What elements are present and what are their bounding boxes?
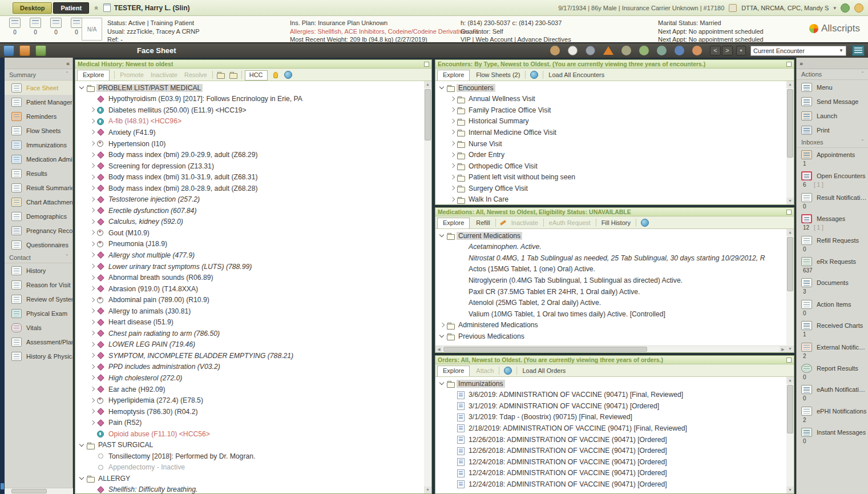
eauth-request-button[interactable]: eAuth Request xyxy=(546,218,594,228)
tree-item[interactable]: Orthopedic Office Visit xyxy=(437,160,786,172)
expand-chevron-icon[interactable] xyxy=(89,196,95,203)
expand-chevron-icon[interactable] xyxy=(89,185,95,191)
tree-item[interactable]: Calculus, kidney (592.0) xyxy=(76,216,423,228)
scrollbar-thumb[interactable] xyxy=(787,237,793,291)
user-icon[interactable] xyxy=(657,46,667,55)
tree-item[interactable]: Gout (M10.9) xyxy=(76,227,423,239)
inbox-item[interactable]: Report Results 0 xyxy=(797,362,868,383)
tree-item[interactable]: Body mass index (bmi) 29.0-29.9, adult (… xyxy=(76,149,423,160)
inactivate-button[interactable]: Inactivate xyxy=(147,70,181,81)
help-icon[interactable] xyxy=(854,3,863,13)
expand-chevron-icon[interactable] xyxy=(449,277,455,283)
expand-chevron-icon[interactable] xyxy=(449,244,455,250)
expand-chevron-icon[interactable] xyxy=(89,163,95,169)
sidebar-item[interactable]: Face Sheet xyxy=(5,81,72,95)
sidebar-item[interactable]: Results xyxy=(5,166,72,180)
tree-item[interactable]: Current Medications xyxy=(437,230,786,242)
avatar-icon[interactable] xyxy=(692,46,702,55)
expand-chevron-icon[interactable] xyxy=(449,174,455,180)
tree-item[interactable]: Diabetes mellitus (250.00) (E11.9) <HCC1… xyxy=(76,105,423,116)
scrollbar-thumb[interactable] xyxy=(787,385,793,433)
sidebar-item[interactable]: Patient Manager xyxy=(5,95,72,109)
tree-item[interactable]: Appendectomy - Inactive xyxy=(76,462,423,473)
expand-chevron-icon[interactable] xyxy=(89,308,95,314)
tree-item[interactable]: 12/24/2018: ADMINISTRATION OF VACCINE (9… xyxy=(437,456,786,468)
tree-item[interactable]: Pneumonia (J18.9) xyxy=(76,239,423,250)
sidebar-item[interactable]: Immunizations xyxy=(5,138,72,152)
tree-item[interactable]: Previous Medications xyxy=(437,331,786,342)
tree-item[interactable]: Pain (R52) xyxy=(76,417,423,428)
scroll-down-icon[interactable]: ▼ xyxy=(424,487,431,493)
encounters-header[interactable]: Encounters: By Type, Newest to Oldest. (… xyxy=(435,60,794,69)
expand-chevron-icon[interactable] xyxy=(89,252,95,258)
sidebar-item[interactable]: History & Physical xyxy=(5,349,72,363)
sidebar-item[interactable]: Flow Sheets xyxy=(5,123,72,138)
inactivate-button[interactable]: Inactivate xyxy=(508,218,542,228)
expand-chevron-icon[interactable] xyxy=(449,118,455,124)
vertical-scrollbar[interactable]: ▲ ▼ xyxy=(786,377,794,493)
tree-item[interactable]: Allergy shot multiple (477.9) xyxy=(76,250,423,261)
expand-chevron-icon[interactable] xyxy=(449,470,455,476)
tree-item[interactable]: Ear ache (H92.09) xyxy=(76,384,423,395)
globe-icon[interactable] xyxy=(530,71,538,79)
expand-chevron-icon[interactable] xyxy=(449,196,455,203)
expand-chevron-icon[interactable] xyxy=(89,219,95,225)
sidebar-item[interactable]: Reminders xyxy=(5,109,72,123)
expand-chevron-icon[interactable] xyxy=(89,487,95,493)
inbox-item[interactable]: Documents 3 xyxy=(797,276,868,297)
tree-item[interactable]: Family Practice Office Visit xyxy=(437,105,786,116)
expand-chevron-icon[interactable] xyxy=(449,448,455,454)
tree-item[interactable]: Historical Summary xyxy=(437,116,786,127)
scroll-down-icon[interactable]: ▼ xyxy=(786,346,794,352)
explore-tab[interactable]: Explore xyxy=(437,366,470,376)
expand-chevron-icon[interactable] xyxy=(89,107,95,113)
tree-item[interactable]: Abrasion (919.0) (T14.8XXA) xyxy=(76,283,423,295)
expand-chevron-icon[interactable] xyxy=(89,364,95,370)
vertical-scrollbar[interactable]: ▲ ▼ xyxy=(786,81,794,204)
summary-section-header[interactable]: Summary ˆ xyxy=(5,69,72,81)
expand-chevron-icon[interactable] xyxy=(89,420,95,426)
scrollbar-thumb[interactable] xyxy=(787,89,793,158)
sidebar-item[interactable]: Pregnancy Record xyxy=(5,223,72,238)
vertical-scrollbar[interactable]: ▲ ▼ xyxy=(424,81,431,493)
tree-item[interactable]: Actos (15MG Tablet, 1 (one) Oral) Active… xyxy=(437,264,786,275)
tree-item[interactable]: 2/18/2019: ADMINISTRATION OF VACCINE (90… xyxy=(437,423,786,434)
hcc-button[interactable]: HCC xyxy=(245,70,268,81)
tree-item[interactable]: Paxil CR (37.5MG Tablet ER 24HR, 1 Oral … xyxy=(437,286,786,298)
expand-chevron-icon[interactable] xyxy=(449,300,455,306)
tree-item[interactable]: 12/24/2018: ADMINISTRATION OF VACCINE (9… xyxy=(437,479,786,490)
expand-chevron-icon[interactable] xyxy=(89,263,95,270)
tree-item[interactable]: Nitroglycerin (0.4MG Tab Sublingual, 1 S… xyxy=(437,275,786,286)
inbox-item[interactable]: Appointments 1 xyxy=(797,148,868,169)
app-orange-icon[interactable] xyxy=(19,45,30,56)
refill-button[interactable]: Refill xyxy=(473,218,493,228)
expand-chevron-icon[interactable] xyxy=(89,241,95,247)
expand-chevron-icon[interactable] xyxy=(89,96,95,102)
inbox-item[interactable]: Result Notifications 0 xyxy=(797,191,868,212)
flow-sheets-button[interactable]: Flow Sheets (2) xyxy=(473,70,523,81)
explore-tab[interactable]: Explore xyxy=(437,218,470,228)
tree-item[interactable]: 3/1/2019: Tdap - (Boostrix) (90715) [Fin… xyxy=(437,412,786,423)
sidebar-item[interactable]: Reason for Visit xyxy=(5,278,72,292)
tab-desktop[interactable]: Desktop xyxy=(13,2,52,14)
expand-chevron-icon[interactable] xyxy=(79,85,85,91)
tree-item[interactable]: Opioid abuse (F11.10) <HCC56> xyxy=(76,428,423,440)
scroll-up-icon[interactable]: ▲ xyxy=(786,377,794,384)
tree-item[interactable]: Encounters xyxy=(437,82,786,94)
sidebar-item[interactable]: Medication Admin xyxy=(5,152,72,166)
tree-item[interactable]: Surgery Office Visit xyxy=(437,183,786,194)
maximize-icon[interactable] xyxy=(786,210,792,215)
sidebar-collapse-bar[interactable]: « xyxy=(5,58,72,69)
sidebar-item[interactable]: Review of Systems xyxy=(5,292,72,306)
tree-item[interactable]: Hemoptysis (786.30) (R04.2) xyxy=(76,406,423,417)
expand-chevron-icon[interactable] xyxy=(89,464,95,471)
tree-item[interactable]: Lower urinary tract symptoms (LUTS) (788… xyxy=(76,261,423,272)
sidebar-item[interactable]: Chart Attachments xyxy=(5,195,72,209)
attach-button[interactable]: Attach xyxy=(473,366,497,376)
tree-item[interactable]: Body mass index (bmi) 31.0-31.9, adult (… xyxy=(76,171,423,183)
globe-icon[interactable] xyxy=(641,219,649,227)
chat-icon[interactable] xyxy=(841,3,850,13)
tree-item[interactable]: 12/24/2018: ADMINISTRATION OF VACCINE (9… xyxy=(437,467,786,479)
tree-item[interactable]: SYMPTOM, INCOMPLETE BLADDER EMPTYING (78… xyxy=(76,350,423,362)
briefcase-icon[interactable] xyxy=(621,46,631,55)
